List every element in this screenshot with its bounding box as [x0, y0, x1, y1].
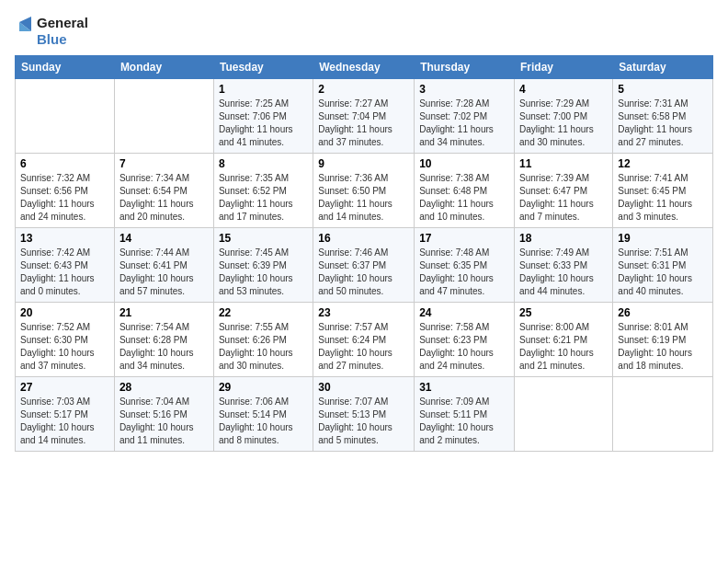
day-info: Sunrise: 7:45 AMSunset: 6:39 PMDaylight:… — [219, 247, 308, 298]
calendar-week-3: 13Sunrise: 7:42 AMSunset: 6:43 PMDayligh… — [16, 228, 713, 303]
calendar-week-4: 20Sunrise: 7:52 AMSunset: 6:30 PMDayligh… — [16, 303, 713, 377]
col-header-thursday: Thursday — [415, 56, 515, 79]
day-number: 21 — [119, 306, 209, 319]
day-number: 11 — [519, 157, 608, 170]
calendar-cell: 19Sunrise: 7:51 AMSunset: 6:31 PMDayligh… — [613, 228, 713, 303]
col-header-sunday: Sunday — [16, 56, 115, 79]
calendar-cell: 15Sunrise: 7:45 AMSunset: 6:39 PMDayligh… — [213, 228, 313, 303]
calendar-cell: 8Sunrise: 7:35 AMSunset: 6:52 PMDaylight… — [213, 154, 313, 228]
day-number: 19 — [618, 232, 708, 245]
calendar-cell: 23Sunrise: 7:57 AMSunset: 6:24 PMDayligh… — [313, 303, 415, 377]
day-number: 15 — [219, 232, 308, 245]
calendar-week-1: 1Sunrise: 7:25 AMSunset: 7:06 PMDaylight… — [16, 79, 713, 154]
day-info: Sunrise: 7:42 AMSunset: 6:43 PMDaylight:… — [20, 247, 109, 298]
col-header-wednesday: Wednesday — [313, 56, 415, 79]
calendar-week-5: 27Sunrise: 7:03 AMSunset: 5:17 PMDayligh… — [16, 377, 713, 452]
day-number: 1 — [219, 83, 308, 96]
calendar-cell: 14Sunrise: 7:44 AMSunset: 6:41 PMDayligh… — [114, 228, 213, 303]
day-info: Sunrise: 7:25 AMSunset: 7:06 PMDaylight:… — [219, 98, 308, 149]
calendar-cell: 3Sunrise: 7:28 AMSunset: 7:02 PMDaylight… — [415, 79, 515, 154]
day-info: Sunrise: 7:49 AMSunset: 6:33 PMDaylight:… — [519, 247, 608, 298]
day-info: Sunrise: 7:44 AMSunset: 6:41 PMDaylight:… — [119, 247, 209, 298]
calendar-cell: 31Sunrise: 7:09 AMSunset: 5:11 PMDayligh… — [415, 377, 515, 452]
day-info: Sunrise: 7:38 AMSunset: 6:48 PMDaylight:… — [419, 172, 509, 224]
calendar-cell: 22Sunrise: 7:55 AMSunset: 6:26 PMDayligh… — [213, 303, 313, 377]
col-header-tuesday: Tuesday — [213, 56, 313, 79]
day-info: Sunrise: 7:58 AMSunset: 6:23 PMDaylight:… — [419, 321, 509, 373]
day-info: Sunrise: 7:54 AMSunset: 6:28 PMDaylight:… — [119, 321, 209, 373]
day-info: Sunrise: 7:09 AMSunset: 5:11 PMDaylight:… — [419, 396, 509, 447]
col-header-monday: Monday — [114, 56, 213, 79]
calendar-cell: 7Sunrise: 7:34 AMSunset: 6:54 PMDaylight… — [114, 154, 213, 228]
calendar-cell: 18Sunrise: 7:49 AMSunset: 6:33 PMDayligh… — [515, 228, 613, 303]
day-number: 7 — [119, 157, 209, 170]
calendar-cell — [515, 377, 613, 452]
day-info: Sunrise: 7:52 AMSunset: 6:30 PMDaylight:… — [20, 321, 109, 373]
day-number: 17 — [419, 232, 509, 245]
day-number: 20 — [20, 306, 109, 319]
col-header-friday: Friday — [515, 56, 613, 79]
day-info: Sunrise: 7:41 AMSunset: 6:45 PMDaylight:… — [618, 172, 708, 224]
day-number: 12 — [618, 157, 708, 170]
calendar-cell: 5Sunrise: 7:31 AMSunset: 6:58 PMDaylight… — [613, 79, 713, 154]
day-number: 16 — [318, 232, 409, 245]
day-number: 31 — [419, 381, 509, 394]
day-info: Sunrise: 7:55 AMSunset: 6:26 PMDaylight:… — [219, 321, 308, 373]
day-number: 13 — [20, 232, 109, 245]
day-info: Sunrise: 8:00 AMSunset: 6:21 PMDaylight:… — [519, 321, 608, 373]
logo-text: GeneralBlue — [37, 15, 88, 48]
day-number: 8 — [219, 157, 308, 170]
day-info: Sunrise: 7:29 AMSunset: 7:00 PMDaylight:… — [519, 98, 608, 149]
calendar-cell — [114, 79, 213, 154]
day-number: 4 — [519, 83, 608, 96]
day-info: Sunrise: 7:39 AMSunset: 6:47 PMDaylight:… — [519, 172, 608, 224]
day-number: 26 — [618, 306, 708, 319]
day-number: 9 — [318, 157, 409, 170]
day-number: 28 — [119, 381, 209, 394]
day-number: 14 — [119, 232, 209, 245]
day-number: 3 — [419, 83, 509, 96]
calendar-header: SundayMondayTuesdayWednesdayThursdayFrid… — [16, 56, 713, 79]
day-number: 2 — [318, 83, 409, 96]
day-info: Sunrise: 7:31 AMSunset: 6:58 PMDaylight:… — [618, 98, 708, 149]
day-info: Sunrise: 7:04 AMSunset: 5:16 PMDaylight:… — [119, 396, 209, 447]
day-info: Sunrise: 7:28 AMSunset: 7:02 PMDaylight:… — [419, 98, 509, 149]
calendar-cell — [613, 377, 713, 452]
day-info: Sunrise: 7:06 AMSunset: 5:14 PMDaylight:… — [219, 396, 308, 447]
day-info: Sunrise: 7:34 AMSunset: 6:54 PMDaylight:… — [119, 172, 209, 224]
day-number: 18 — [519, 232, 608, 245]
day-number: 6 — [20, 157, 109, 170]
day-number: 23 — [318, 306, 409, 319]
logo-bird-icon — [15, 15, 33, 48]
calendar-cell — [16, 79, 115, 154]
day-number: 22 — [219, 306, 308, 319]
calendar-cell: 29Sunrise: 7:06 AMSunset: 5:14 PMDayligh… — [213, 377, 313, 452]
day-info: Sunrise: 7:07 AMSunset: 5:13 PMDaylight:… — [318, 396, 409, 447]
calendar-cell: 21Sunrise: 7:54 AMSunset: 6:28 PMDayligh… — [114, 303, 213, 377]
calendar-cell: 10Sunrise: 7:38 AMSunset: 6:48 PMDayligh… — [415, 154, 515, 228]
calendar-week-2: 6Sunrise: 7:32 AMSunset: 6:56 PMDaylight… — [16, 154, 713, 228]
calendar-cell: 4Sunrise: 7:29 AMSunset: 7:00 PMDaylight… — [515, 79, 613, 154]
page-header: GeneralBlue — [15, 15, 713, 48]
day-info: Sunrise: 7:57 AMSunset: 6:24 PMDaylight:… — [318, 321, 409, 373]
day-number: 29 — [219, 381, 308, 394]
day-info: Sunrise: 7:51 AMSunset: 6:31 PMDaylight:… — [618, 247, 708, 298]
calendar-cell: 6Sunrise: 7:32 AMSunset: 6:56 PMDaylight… — [16, 154, 115, 228]
calendar-cell: 20Sunrise: 7:52 AMSunset: 6:30 PMDayligh… — [16, 303, 115, 377]
day-number: 5 — [618, 83, 708, 96]
day-info: Sunrise: 7:35 AMSunset: 6:52 PMDaylight:… — [219, 172, 308, 224]
logo: GeneralBlue — [15, 15, 88, 48]
col-header-saturday: Saturday — [613, 56, 713, 79]
calendar-cell: 11Sunrise: 7:39 AMSunset: 6:47 PMDayligh… — [515, 154, 613, 228]
calendar-cell: 24Sunrise: 7:58 AMSunset: 6:23 PMDayligh… — [415, 303, 515, 377]
day-info: Sunrise: 8:01 AMSunset: 6:19 PMDaylight:… — [618, 321, 708, 373]
day-info: Sunrise: 7:32 AMSunset: 6:56 PMDaylight:… — [20, 172, 109, 224]
day-number: 27 — [20, 381, 109, 394]
calendar-table: SundayMondayTuesdayWednesdayThursdayFrid… — [15, 55, 713, 452]
calendar-cell: 1Sunrise: 7:25 AMSunset: 7:06 PMDaylight… — [213, 79, 313, 154]
day-number: 24 — [419, 306, 509, 319]
calendar-cell: 13Sunrise: 7:42 AMSunset: 6:43 PMDayligh… — [16, 228, 115, 303]
day-info: Sunrise: 7:36 AMSunset: 6:50 PMDaylight:… — [318, 172, 409, 224]
calendar-cell: 12Sunrise: 7:41 AMSunset: 6:45 PMDayligh… — [613, 154, 713, 228]
calendar-cell: 28Sunrise: 7:04 AMSunset: 5:16 PMDayligh… — [114, 377, 213, 452]
